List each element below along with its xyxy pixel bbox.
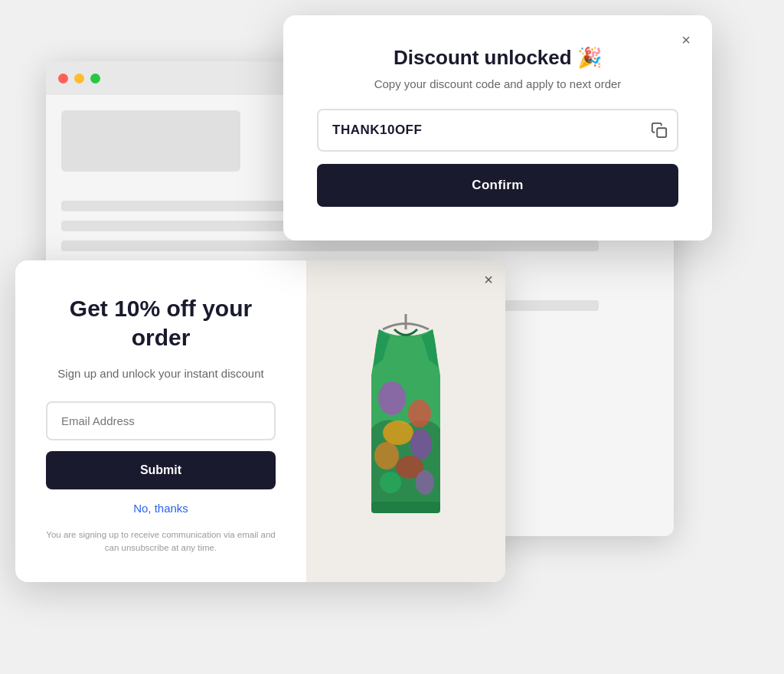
svg-point-6 bbox=[374, 442, 399, 470]
email-input[interactable] bbox=[46, 401, 276, 440]
svg-point-9 bbox=[380, 472, 401, 493]
signup-left-panel: Get 10% off your order Sign up and unloc… bbox=[15, 260, 306, 582]
svg-rect-10 bbox=[371, 502, 440, 513]
submit-button[interactable]: Submit bbox=[46, 451, 276, 489]
discount-code-input[interactable] bbox=[317, 109, 678, 152]
clothing-illustration bbox=[337, 306, 475, 551]
discount-code-wrapper bbox=[317, 109, 678, 152]
svg-point-5 bbox=[410, 429, 432, 460]
discount-modal-close-button[interactable]: × bbox=[675, 29, 697, 51]
svg-rect-0 bbox=[657, 128, 666, 137]
signup-popup-close-button[interactable]: × bbox=[484, 271, 493, 289]
discount-modal-subtitle: Copy your discount code and apply to nex… bbox=[317, 77, 678, 90]
discount-modal: × Discount unlocked 🎉 Copy your discount… bbox=[283, 15, 712, 240]
confirm-button[interactable]: Confirm bbox=[317, 164, 678, 207]
traffic-light-yellow[interactable] bbox=[74, 74, 84, 83]
content-line-3 bbox=[61, 240, 599, 251]
traffic-light-green[interactable] bbox=[90, 74, 100, 83]
signup-popup: Get 10% off your order Sign up and unloc… bbox=[15, 260, 505, 582]
content-placeholder-block bbox=[61, 110, 240, 172]
svg-point-3 bbox=[408, 400, 431, 427]
svg-point-8 bbox=[416, 470, 434, 495]
no-thanks-button[interactable]: No, thanks bbox=[133, 502, 188, 515]
signup-description: Sign up and unlock your instant discount bbox=[57, 365, 263, 383]
traffic-light-red[interactable] bbox=[58, 74, 68, 83]
discount-modal-title: Discount unlocked 🎉 bbox=[317, 46, 678, 70]
signup-title: Get 10% off your order bbox=[46, 294, 276, 352]
signup-right-panel: × bbox=[306, 260, 505, 582]
svg-point-2 bbox=[378, 381, 406, 415]
signup-disclaimer: You are signing up to receive communicat… bbox=[46, 528, 276, 555]
svg-point-4 bbox=[383, 420, 413, 445]
copy-code-button[interactable] bbox=[651, 122, 668, 139]
